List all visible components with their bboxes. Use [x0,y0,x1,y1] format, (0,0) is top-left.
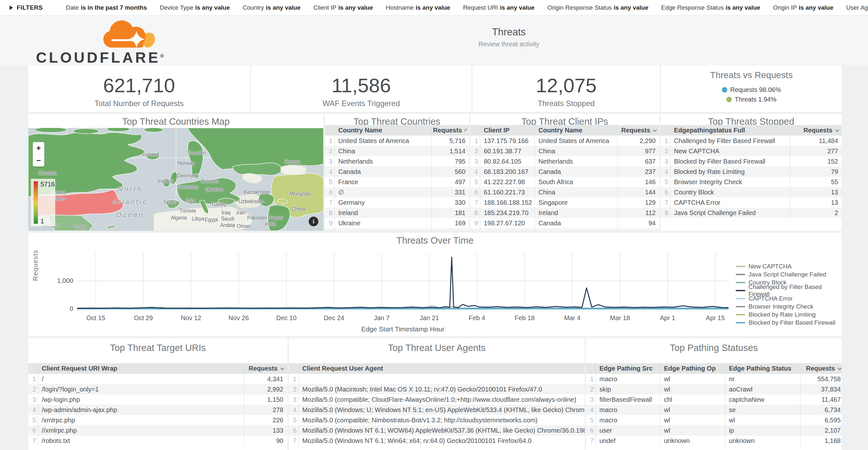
table-cell: 331 [431,187,469,197]
filters-toggle[interactable]: FILTERS [10,4,43,11]
table-row[interactable]: 10Singapore158 [325,228,469,231]
table-row[interactable]: 5France497 [325,177,469,187]
filter-item-request-uri[interactable]: Request URIis any value [463,4,534,11]
table-row[interactable]: 1/4,341 [28,374,287,384]
filter-item-user-agent[interactable]: User Agentis any value [846,4,868,11]
table-row[interactable]: 1061.160.247.127China88 [470,228,659,231]
table-header-row: Client IPCountry NameRequests [470,125,659,136]
filter-item-origin-response-status[interactable]: Origin Response Statusis any value [548,4,648,11]
table-row[interactable]: 5/xmlrpc.php226 [28,415,287,425]
table-row[interactable]: 7CAPTCHA Error13 [660,197,842,208]
table-row[interactable]: 6Country Block13 [660,187,842,197]
table-row[interactable]: 541.222.227.98South Africa146 [470,177,659,187]
map-zoom-in-button[interactable]: + [33,142,44,154]
map-info-button[interactable]: i [309,217,318,226]
table-cell: macro [596,415,660,425]
table-row[interactable]: 6∅331 [325,187,469,197]
column-header-requests[interactable]: Requests [431,125,469,136]
filter-item-hostname[interactable]: Hostnameis any value [386,4,450,11]
table-row[interactable]: 1macrowlnr554,758 [586,374,842,384]
table-row[interactable]: 8185.234.219.70Ireland112 [470,208,659,218]
table-row[interactable]: 5Mozilla/5.0 (compatible; Nimbostratus-B… [289,415,585,425]
table-row[interactable]: 4/wp-admin/admin-ajax.php278 [28,405,287,415]
table-row[interactable]: 3/wp-login.php1,150 [28,394,287,405]
table-row[interactable]: 7/robots.txt90 [28,436,287,446]
table-row[interactable]: 8Ireland181 [325,208,469,218]
table-row[interactable]: 661.160.221.73China144 [470,187,659,197]
column-header-client-ip[interactable]: Client IP [480,125,534,136]
chart-legend-item[interactable]: Java Script Challenge Failed [736,270,842,278]
pie-legend-item[interactable]: Requests 98.06% [722,86,781,93]
table-row[interactable]: 3Netherlands795 [325,156,469,167]
y-tick-label: 0 [51,305,73,312]
threats-over-time-chart[interactable] [77,249,728,313]
table-row[interactable]: 9198.27.67.120Canada94 [470,218,659,228]
table-row[interactable]: 5Browser Integrity Check55 [660,177,842,187]
column-header-client-request-user-agent[interactable]: Client Request User Agent [299,363,585,374]
chart-legend-item[interactable]: Blocked by Rate Limiting [736,310,842,319]
table-row[interactable]: 4Canada560 [325,167,469,177]
table-row[interactable]: 7188.166.188.152Singapore129 [470,197,659,208]
table-row[interactable]: 6userwlip2,107 [586,425,842,436]
map-zoom-out-button[interactable]: − [33,155,44,167]
table-row[interactable]: 4macrowlse6,734 [586,405,842,415]
filter-item-device-type[interactable]: Device Typeis any value [160,4,230,11]
table-row[interactable]: 2Mozilla/5.0 (Macintosh; Intel Mac OS X … [289,384,585,394]
table-row[interactable]: 4Mozilla/5.0 (Windows; U; Windows NT 5.1… [289,405,585,415]
filter-item-origin-ip[interactable]: Origin IPis any value [773,4,833,11]
chart-legend-item[interactable]: Browser Integrity Check [736,302,842,310]
chart-legend-item[interactable]: Blocked by Filter Based Firewall [736,319,842,327]
filter-item-date[interactable]: Dateis in the past 7 months [66,4,147,11]
table-row[interactable]: 8Java Script Challenge Failed2 [660,208,842,218]
table-cell: 112 [617,208,659,218]
table-row[interactable]: 468.183.200.167Canada237 [470,167,659,177]
table-row[interactable]: 9Ukraine169 [325,218,469,228]
column-header-requests[interactable]: Requests [800,363,842,374]
column-header-edgepathingstatus-full[interactable]: Edgepathingstatus Full [670,125,790,136]
table-row[interactable]: 3Mozilla/5.0 (compatible; CloudFlare-Alw… [289,394,585,405]
filter-item-edge-response-status[interactable]: Edge Response Statusis any value [661,4,760,11]
table-row[interactable]: 4Blocked by Rate Limiting79 [660,167,842,177]
column-header-client-request-uri-wrap[interactable]: Client Request URI Wrap [38,363,244,374]
table-row[interactable]: 260.191.38.77China977 [470,146,659,156]
table-cell: Netherlands [334,156,431,167]
table-row[interactable]: 2/login/?login_only=12,992 [28,384,287,394]
table-row[interactable]: 7Germany330 [325,197,469,208]
table-cell: Mozilla/5.0 (Windows; U; Windows NT 5.1;… [299,405,585,415]
filter-item-client-ip[interactable]: Client IPis any value [313,4,373,11]
table-row[interactable]: 1 [289,374,585,384]
x-tick-label: Dec 24 [315,314,353,322]
filter-item-country[interactable]: Countryis any value [243,4,300,11]
table-row[interactable]: 7Mozilla/5.0 (Windows NT 6.1; Win64; x64… [289,436,585,446]
table-row[interactable]: 2New CAPTCHA277 [660,146,842,156]
column-header-requests[interactable]: Requests [790,125,842,136]
world-map[interactable]: CanadaUnited StatesMexicoCubaIcelandIrel… [28,128,323,231]
column-header-edge-pathing-op[interactable]: Edge Pathing Op [660,363,725,374]
table-header-row: Edge Pathing SrcEdge Pathing OpEdge Path… [586,363,842,374]
table-row[interactable]: 2skipwlaoCrawl37,834 [586,384,842,394]
chart-legend-item[interactable]: New CAPTCHA [736,262,842,270]
table-row[interactable]: 1Challenged by Filter Based Firewall11,4… [660,136,842,146]
table-row[interactable]: 5macrowlwl6,595 [586,415,842,425]
table-row[interactable]: 380.82.64.105Netherlands637 [470,156,659,167]
table-cell: ∅ [334,187,431,197]
column-header-edge-pathing-src[interactable]: Edge Pathing Src [596,363,660,374]
table-row[interactable]: 3filterBasedFirewallchlcaptchaNew11,467 [586,394,842,405]
column-header-edge-pathing-status[interactable]: Edge Pathing Status [725,363,800,374]
table-row[interactable]: 6//xmlrpc.php133 [28,425,287,436]
pie-legend-item[interactable]: Threats 1.94% [726,96,776,103]
table-row[interactable]: 7undefunknownunknown1,168 [586,436,842,446]
table-row[interactable]: 3Blocked by Filter Based Firewall152 [660,156,842,167]
table-row[interactable]: 2China1,514 [325,146,469,156]
map-gradient-bar [34,181,38,224]
column-header-requests[interactable]: Requests [244,363,287,374]
table-row[interactable]: 6Mozilla/5.0 (Windows NT 6.1; WOW64) App… [289,425,585,436]
column-header-country-name[interactable]: Country Name [334,125,431,136]
column-header-requests[interactable]: Requests [617,125,659,136]
chart-legend-item[interactable]: Challenged by Filter Based Firewall [736,287,842,294]
table-cell: 94 [617,218,659,228]
table-row[interactable]: 1United States of America5,716 [325,136,469,146]
table-cell: Mozilla/5.0 (Macintosh; Intel Mac OS X 1… [299,384,585,394]
column-header-country-name[interactable]: Country Name [534,125,617,136]
table-row[interactable]: 1137.175.79.166United States of America2… [470,136,659,146]
